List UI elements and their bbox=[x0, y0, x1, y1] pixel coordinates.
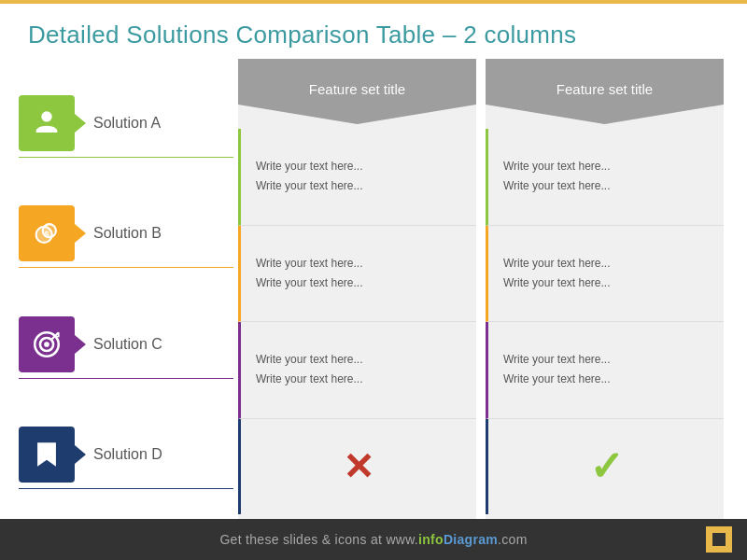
feature-col-2-cell-d: ✓ bbox=[486, 419, 724, 515]
feature-col-2-cell-b: Write your text here... Write your text … bbox=[486, 226, 724, 323]
feature-col-1: Feature set title Write your text here..… bbox=[238, 59, 476, 519]
feature-col-2-body: Write your text here... Write your text … bbox=[486, 124, 724, 519]
footer-icon-inner bbox=[712, 533, 726, 546]
footer-text: Get these slides & icons at www.infoDiag… bbox=[219, 532, 527, 547]
feature-text-1c: Write your text here... Write your text … bbox=[256, 351, 363, 388]
main-container: Detailed Solutions Comparison Table – 2 … bbox=[0, 0, 747, 560]
svg-text:$: $ bbox=[44, 230, 49, 240]
feature-text-1b: Write your text here... Write your text … bbox=[256, 255, 363, 292]
bookmark-icon bbox=[31, 439, 63, 470]
page-title: Detailed Solutions Comparison Table – 2 … bbox=[28, 21, 719, 49]
feature-text-2b: Write your text here... Write your text … bbox=[503, 255, 611, 292]
feature-col-2-cell-a: Write your text here... Write your text … bbox=[486, 129, 724, 226]
footer-brand-name: Diagram bbox=[444, 532, 498, 547]
feature-col-1-cell-c: Write your text here... Write your text … bbox=[238, 322, 476, 419]
solution-icon-d bbox=[19, 427, 75, 483]
footer-brand-highlight: info bbox=[418, 532, 444, 547]
check-icon: ✓ bbox=[589, 434, 624, 499]
feature-col-2: Feature set title Write your text here..… bbox=[486, 59, 724, 519]
coins-icon: $ bbox=[31, 217, 63, 249]
solution-row-d: Solution D bbox=[19, 413, 233, 497]
cross-icon: ✕ bbox=[343, 437, 374, 497]
solution-row-a: Solution A bbox=[19, 81, 233, 165]
page-header: Detailed Solutions Comparison Table – 2 … bbox=[0, 0, 747, 59]
feature-col-1-cell-d: ✕ bbox=[238, 419, 476, 515]
footer-logo-icon bbox=[706, 526, 732, 553]
solution-label-b: Solution B bbox=[93, 225, 162, 242]
solution-icon-c bbox=[19, 316, 75, 372]
solution-row-c: Solution C bbox=[19, 302, 233, 386]
svg-point-0 bbox=[41, 111, 51, 121]
solution-label-a: Solution A bbox=[93, 115, 161, 132]
solution-divider-d bbox=[19, 488, 233, 489]
solution-icon-b: $ bbox=[19, 205, 75, 261]
solution-divider-a bbox=[19, 157, 233, 158]
feature-col-1-cell-a: Write your text here... Write your text … bbox=[238, 129, 476, 226]
solution-divider-c bbox=[19, 378, 233, 379]
feature-col-1-cell-b: Write your text here... Write your text … bbox=[238, 226, 476, 323]
solution-icon-a bbox=[19, 95, 75, 151]
feature-col-1-body: Write your text here... Write your text … bbox=[238, 124, 476, 519]
feature-col-1-header: Feature set title bbox=[238, 59, 476, 124]
solution-row-b: $ Solution B bbox=[19, 191, 233, 275]
feature-text-2a: Write your text here... Write your text … bbox=[503, 158, 611, 195]
feature-text-2c: Write your text here... Write your text … bbox=[503, 351, 611, 388]
feature-text-1a: Write your text here... Write your text … bbox=[256, 158, 363, 195]
target-icon bbox=[31, 329, 63, 360]
features-area: Feature set title Write your text here..… bbox=[233, 59, 728, 519]
feature-col-2-cell-c: Write your text here... Write your text … bbox=[486, 322, 724, 419]
feature-col-2-header: Feature set title bbox=[486, 59, 724, 124]
solution-label-d: Solution D bbox=[93, 446, 162, 463]
person-icon bbox=[31, 107, 63, 139]
footer: Get these slides & icons at www.infoDiag… bbox=[0, 519, 747, 560]
content-area: Solution A $ Solution B bbox=[0, 59, 747, 519]
solutions-column: Solution A $ Solution B bbox=[19, 59, 233, 519]
svg-point-8 bbox=[44, 342, 49, 347]
solution-label-c: Solution C bbox=[93, 336, 162, 353]
solution-divider-b bbox=[19, 267, 233, 268]
